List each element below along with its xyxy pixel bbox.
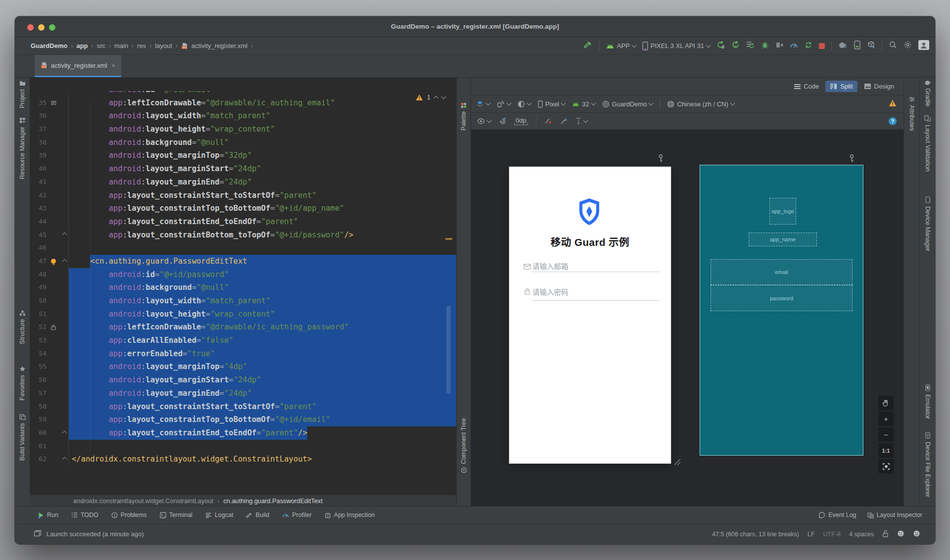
guidelines-select[interactable] <box>575 117 587 125</box>
mode-split[interactable]: Split <box>825 81 857 92</box>
design-preview-phone[interactable]: 移动 Guard 示例 请输入邮箱 请输入密码 <box>509 167 671 464</box>
blueprint-box-email[interactable]: email <box>711 259 853 285</box>
stripe-item-layout-validation[interactable]: Layout Validation <box>920 115 935 172</box>
stripe-item-favorites[interactable]: Favorites <box>15 366 30 400</box>
theme-select[interactable]: GuardDemo <box>602 100 653 108</box>
tool-window-button-event-log[interactable]: Event Log <box>818 512 856 518</box>
breadcrumb-guarddemo[interactable]: GuardDemo <box>31 42 67 49</box>
profiler-button[interactable] <box>790 42 798 50</box>
blueprint-box-app-name[interactable]: app_name <box>749 233 817 246</box>
code-line[interactable]: 41 android:layout_marginEnd="24dp" <box>30 176 456 189</box>
breadcrumb-layout[interactable]: layout <box>155 42 172 49</box>
surface-type-select[interactable] <box>476 100 490 108</box>
code-line[interactable]: 37 android:layout_height="wrap_content" <box>30 123 456 136</box>
infer-constraints-button[interactable] <box>560 117 568 125</box>
happy-face-icon[interactable] <box>897 530 904 539</box>
code-line[interactable]: 35✉ app:leftIconDrawable="@drawable/ic_a… <box>30 96 456 110</box>
stripe-item-device-manager[interactable]: Device Manager <box>920 196 935 251</box>
stripe-item-build-variants[interactable]: Build Variants <box>15 414 30 461</box>
code-line[interactable]: 55 android:layout_marginTop="4dp" <box>30 360 456 373</box>
stripe-item-emulator[interactable]: Emulator <box>920 384 935 419</box>
code-line[interactable]: 39 android:layout_marginTop="32dp" <box>30 149 456 162</box>
mode-code[interactable]: Code <box>790 81 823 92</box>
breadcrumb-constraintlayout[interactable]: androidx.constraintlayout.widget.Constra… <box>73 497 213 505</box>
stripe-item-resource-manager[interactable]: Resource Manager <box>15 117 30 179</box>
code-line[interactable]: 36 android:layout_width="match_parent" <box>30 109 456 123</box>
code-line[interactable]: 54 app:errorEnabled="true" <box>30 347 456 361</box>
unlock-icon[interactable] <box>882 530 889 539</box>
fold-marker[interactable] <box>60 255 68 268</box>
tool-window-button-problems[interactable]: Problems <box>111 512 147 518</box>
code-line[interactable]: 60 app:layout_constraintEnd_toEndOf="par… <box>30 426 456 440</box>
code-line[interactable]: 43 app:layout_constraintTop_toBottomOf="… <box>30 202 456 215</box>
close-tab-icon[interactable]: × <box>111 62 115 69</box>
stripe-item-structure[interactable]: Structure <box>15 310 30 344</box>
run-configuration-select[interactable]: APP <box>606 42 636 49</box>
code-line[interactable]: 38 android:background="@null" <box>30 136 456 149</box>
status-message[interactable]: Launch succeeded (a minute ago) <box>47 530 144 538</box>
clear-constraints-button[interactable] <box>544 117 552 125</box>
api-version-select[interactable]: 32 <box>572 100 595 108</box>
debug-button[interactable] <box>761 41 769 51</box>
code-line[interactable]: 62</androidx.constraintlayout.widget.Con… <box>30 453 456 466</box>
locale-select[interactable]: Chinese (zh / CN) <box>667 100 734 108</box>
gradle-sync-button[interactable] <box>838 41 848 50</box>
tool-window-button-app-inspection[interactable]: App Inspection <box>325 512 375 518</box>
device-select[interactable]: PIXEL 3 XL API 31 <box>642 42 710 50</box>
code-line[interactable]: 44 app:layout_constraintEnd_toEndOf="par… <box>30 215 456 229</box>
tool-window-button-run[interactable]: Run <box>38 512 58 518</box>
fold-marker[interactable] <box>60 426 68 440</box>
tab-palette[interactable]: Palette <box>457 102 471 131</box>
email-input[interactable]: 请输入邮箱 <box>532 261 569 271</box>
breadcrumb-main[interactable]: main <box>114 42 128 49</box>
tool-windows-icon[interactable] <box>34 530 42 538</box>
title-bar[interactable]: GuardDemo – activity_register.xml [Guard… <box>15 16 935 37</box>
zoom-to-fit-button[interactable] <box>878 459 894 473</box>
next-issue-icon[interactable] <box>441 94 446 99</box>
code-line[interactable]: 51 android:layout_height="wrap_content" <box>30 308 456 321</box>
code-line[interactable]: 47 <cn.authing.guard.PasswordEditText <box>30 255 456 268</box>
blueprint-box-app-logo[interactable]: app_logo <box>769 198 796 225</box>
design-surface[interactable]: 移动 Guard 示例 请输入邮箱 请输入密码 app_logoapp_name… <box>471 130 903 506</box>
resize-handle[interactable] <box>673 458 682 468</box>
line-separator[interactable]: LF <box>808 531 815 538</box>
zoom-out-button[interactable]: − <box>878 427 894 442</box>
stop-button[interactable] <box>819 43 825 49</box>
layout-warning-icon[interactable] <box>889 99 897 109</box>
stripe-item-device-file-explorer[interactable]: Device File Explorer <box>920 432 935 497</box>
zoom-actual-button[interactable]: 1:1 <box>878 443 894 458</box>
code-line[interactable]: 53 app:clearAllEnabled="false" <box>30 334 456 347</box>
file-encoding[interactable]: UTF-8 <box>823 531 841 538</box>
tab-activity-register-xml[interactable]: activity_register.xml × <box>35 55 121 77</box>
code-line[interactable]: 40 android:layout_marginStart="24dp" <box>30 162 456 176</box>
user-avatar[interactable] <box>918 40 929 52</box>
fold-marker[interactable] <box>60 453 68 466</box>
code-area[interactable]: android:id="@+id/email"35✉ app:leftIconD… <box>30 91 456 495</box>
previous-issue-icon[interactable] <box>434 96 439 101</box>
attach-debugger-button[interactable] <box>775 41 783 51</box>
code-line[interactable]: 59 app:layout_constraintTop_toBottomOf="… <box>30 413 456 426</box>
code-line[interactable]: 61 <box>30 440 456 453</box>
intention-bulb-icon[interactable] <box>51 259 56 264</box>
code-editor[interactable]: android:id="@+id/email"35✉ app:leftIconD… <box>30 78 456 506</box>
tool-window-button-terminal[interactable]: Terminal <box>160 512 192 518</box>
code-line[interactable]: 45 app:layout_constraintBottom_toTopOf="… <box>30 229 456 242</box>
tool-window-button-logcat[interactable]: Logcat <box>205 512 234 518</box>
tool-window-button-todo[interactable]: TODO <box>71 512 98 518</box>
stripe-item-gradle[interactable]: Gradle <box>920 80 935 107</box>
sad-face-icon[interactable] <box>913 530 920 539</box>
code-line[interactable]: 49 android:background="@null" <box>30 281 456 294</box>
code-line[interactable]: 56 android:layout_marginStart="24dp" <box>30 373 456 387</box>
settings-gear-icon[interactable] <box>903 41 912 51</box>
code-line[interactable]: 58 app:layout_constraintStart_toStartOf=… <box>30 400 456 414</box>
tool-window-button-layout-inspector[interactable]: Layout Inspector <box>867 512 922 518</box>
apply-changes-button[interactable]: A <box>731 41 740 51</box>
view-options-select[interactable] <box>477 118 491 124</box>
code-line[interactable]: 42 app:layout_constraintStart_toStartOf=… <box>30 189 456 202</box>
code-line[interactable]: android:id="@+id/email" <box>30 91 456 96</box>
orientation-select[interactable] <box>497 100 511 108</box>
apply-code-changes-button[interactable] <box>805 41 812 51</box>
fold-marker[interactable] <box>60 229 68 242</box>
indent-setting[interactable]: 4 spaces <box>849 531 874 538</box>
search-icon[interactable] <box>889 41 897 51</box>
